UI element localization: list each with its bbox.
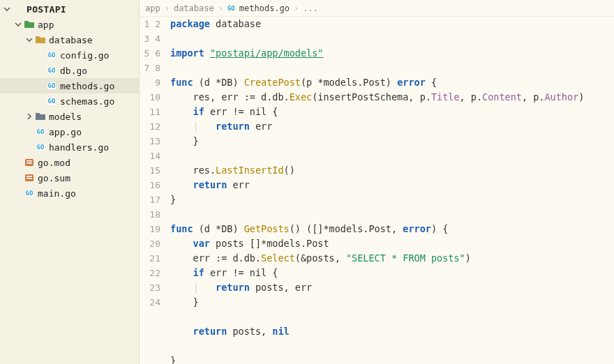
chevron-right-icon: › [165,3,170,13]
tree-label: go.sum [38,173,70,183]
folder-icon [35,34,46,45]
breadcrumb-tail: ... [303,3,318,13]
tree-label: go.mod [38,158,70,168]
chevron-icon[interactable] [14,20,22,29]
file-icon [24,157,35,168]
chevron-icon [36,97,45,105]
go-icon: GO [46,50,57,61]
tree-file-main[interactable]: GOmain.go [0,185,139,201]
go-icon: GO [46,80,57,91]
tree-label: app.go [49,127,82,137]
breadcrumb-seg[interactable]: database [174,3,214,13]
chevron-icon [36,66,45,75]
code-area[interactable]: 1 2 3 4 5 6 7 8 9 10 11 12 13 14 15 16 1… [140,17,614,364]
tree-folder-app[interactable]: app [0,17,139,32]
editor-pane: app › database › GO methods.go › ... 1 2… [140,0,614,364]
chevron-icon [36,82,45,90]
tree-label: main.go [38,188,76,199]
breadcrumb-seg[interactable]: app [145,3,160,13]
tree-label: methods.go [60,81,114,91]
svg-rect-1 [27,160,32,162]
line-gutter: 1 2 3 4 5 6 7 8 9 10 11 12 13 14 15 16 1… [140,17,167,364]
chevron-icon [14,158,22,167]
go-icon: GO [46,96,57,107]
go-icon: GO [46,65,57,76]
chevron-icon [14,174,22,182]
tree-folder-root[interactable]: POSTAPI [0,1,139,17]
tree-file-config[interactable]: GOconfig.go [0,47,139,63]
tree-label: POSTAPI [27,4,66,15]
tree-folder-database[interactable]: database [0,32,139,47]
svg-rect-5 [27,178,32,179]
tree-label: app [38,20,54,30]
tree-label: database [49,35,93,45]
tree-file-handlers[interactable]: GOhandlers.go [0,139,139,155]
chevron-right-icon: › [218,3,223,13]
breadcrumb[interactable]: app › database › GO methods.go › ... [140,0,614,17]
tree-label: db.go [60,66,87,76]
folder-icon [13,3,24,15]
project-tree[interactable]: POSTAPIappdatabaseGOconfig.goGOdb.goGOme… [0,0,140,364]
tree-label: schemas.go [60,96,114,107]
go-icon: GO [35,142,46,153]
chevron-icon[interactable] [25,112,33,121]
svg-rect-4 [27,176,32,177]
go-icon: GO [35,126,46,137]
file-icon [24,172,35,183]
tree-file-methods[interactable]: GOmethods.go [0,78,139,93]
tree-label: handlers.go [49,142,109,153]
tree-label: config.go [60,50,109,61]
go-icon: GO [24,188,35,199]
chevron-icon [25,128,33,136]
tree-file-db[interactable]: GOdb.go [0,63,139,78]
tree-folder-models[interactable]: models [0,109,139,124]
tree-file-gosum[interactable]: go.sum [0,170,139,185]
chevron-right-icon: › [294,3,299,13]
chevron-icon[interactable] [3,5,11,13]
chevron-icon [36,51,45,59]
chevron-icon [25,143,33,151]
svg-rect-2 [27,162,32,164]
chevron-icon [14,189,22,197]
go-icon: GO [227,5,235,12]
tree-file-appgo[interactable]: GOapp.go [0,124,139,139]
tree-file-schemas[interactable]: GOschemas.go [0,93,139,109]
chevron-icon[interactable] [25,36,33,44]
tree-file-gomod[interactable]: go.mod [0,155,139,170]
breadcrumb-file[interactable]: methods.go [239,3,290,13]
folder-icon [35,111,46,122]
tree-label: models [49,112,82,122]
folder-icon [24,19,35,30]
code-text[interactable]: package database import "postapi/app/mod… [167,17,614,364]
